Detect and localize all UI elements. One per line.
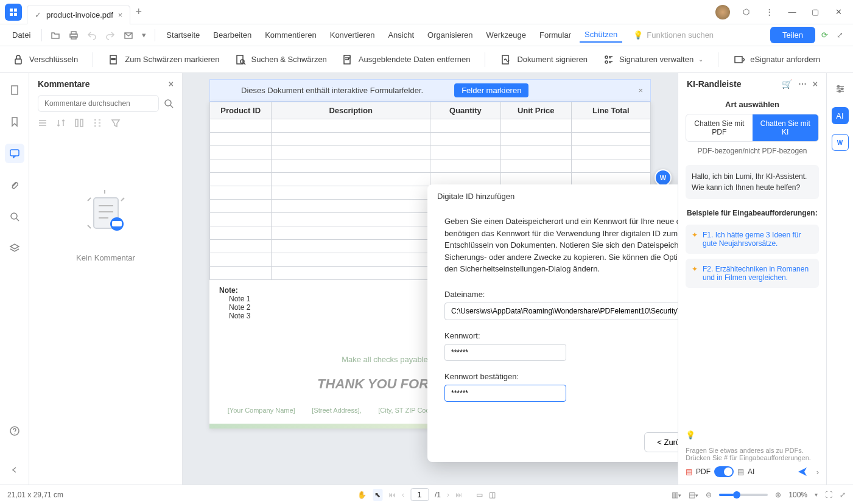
page-mode-icon[interactable]: ◫	[489, 491, 496, 499]
ai-tab-ai[interactable]: Chatten Sie mit KI	[753, 114, 819, 141]
filter-icon-3[interactable]	[74, 118, 84, 128]
menu-bearbeiten[interactable]: Bearbeiten	[208, 28, 256, 42]
menu-kommentieren[interactable]: Kommentieren	[260, 28, 321, 42]
zoom-in-icon[interactable]: ⊕	[775, 491, 781, 499]
window-close-icon[interactable]: ✕	[831, 5, 846, 19]
back-button[interactable]: < Zurück	[644, 432, 678, 452]
rail-word-icon[interactable]: W	[832, 134, 849, 151]
svg-point-16	[605, 61, 608, 63]
rail-attachments-icon[interactable]	[5, 175, 24, 195]
filename-label: Dateiname:	[444, 290, 678, 299]
panel-close-icon[interactable]: ×	[169, 79, 174, 89]
email-icon[interactable]	[121, 28, 136, 43]
password-input[interactable]	[444, 344, 566, 361]
menu-organisieren[interactable]: Organisieren	[423, 28, 477, 42]
tool-label: Dokument signieren	[517, 55, 588, 64]
more-icon[interactable]: ⋯	[798, 79, 807, 89]
fullscreen-icon[interactable]: ⤢	[840, 491, 846, 499]
comments-search-input[interactable]	[38, 95, 159, 112]
banner-close-icon[interactable]: ×	[638, 86, 643, 95]
menu-startseite[interactable]: Startseite	[161, 28, 205, 42]
th-unit-price: Unit Price	[500, 102, 571, 119]
ai-toggle[interactable]	[714, 466, 734, 477]
search-icon[interactable]	[164, 99, 174, 108]
tool-request-esig[interactable]: eSignatur anfordern	[733, 54, 820, 66]
open-icon[interactable]	[48, 28, 63, 43]
rail-bookmarks-icon[interactable]	[5, 112, 24, 131]
ai-example-text: F2. Erzähltechniken in Romanen und in Fi…	[703, 265, 813, 282]
page-dimensions: 21,01 x 29,71 cm	[7, 491, 63, 499]
word-export-badge[interactable]: W	[655, 169, 672, 186]
scroll-mode-icon[interactable]: ▭	[476, 491, 483, 499]
share-button[interactable]: Teilen	[770, 27, 815, 43]
ai-example-1[interactable]: ✦ F1. Ich hätte gerne 3 Ideen für gute N…	[686, 225, 819, 254]
rail-search-icon[interactable]	[5, 207, 24, 226]
last-page-icon[interactable]: ⏭	[455, 491, 463, 499]
select-tool-icon[interactable]: ⬉	[373, 489, 382, 501]
rail-comments-icon[interactable]	[5, 144, 24, 163]
rail-settings-icon[interactable]	[832, 80, 849, 97]
cart-icon[interactable]: 🛒	[782, 79, 792, 89]
expand-icon[interactable]: ⤢	[834, 28, 846, 42]
rail-help-icon[interactable]	[5, 421, 24, 441]
lightbulb-icon[interactable]: 💡	[686, 430, 695, 439]
read-mode-icon[interactable]: ▥▾	[672, 491, 681, 499]
rail-ai-icon[interactable]: AI	[832, 107, 849, 124]
document-tab[interactable]: ✓ product-invoice.pdf ×	[27, 5, 130, 24]
print-icon[interactable]	[66, 28, 81, 43]
ai-example-2[interactable]: ✦ F2. Erzähltechniken in Romanen und in …	[686, 259, 819, 288]
ai-tab-pdf[interactable]: Chatten Sie mit PDF	[686, 114, 753, 141]
zoom-out-icon[interactable]: ⊖	[706, 491, 712, 499]
rail-thumbnails-icon[interactable]	[5, 80, 24, 100]
next-page-icon[interactable]: ›	[447, 491, 449, 499]
tool-encrypt[interactable]: Verschlüsseln	[12, 54, 78, 66]
chevron-right-icon[interactable]: ›	[816, 467, 819, 477]
prev-page-icon[interactable]: ‹	[402, 491, 404, 499]
view-mode-icon[interactable]: ▤▾	[689, 491, 698, 499]
hand-tool-icon[interactable]: ✋	[357, 491, 367, 499]
filter-icon-4[interactable]	[93, 118, 102, 128]
menu-konvertieren[interactable]: Konvertieren	[325, 28, 380, 42]
menu-schuetzen[interactable]: Schützen	[580, 27, 622, 43]
tool-sign-doc[interactable]: Dokument signieren	[500, 54, 588, 66]
tool-search-redact[interactable]: Suchen & Schwärzen	[234, 54, 327, 66]
ai-close-icon[interactable]: ×	[813, 79, 818, 89]
tool-redact-mark[interactable]: Zum Schwärzen markieren	[108, 54, 219, 66]
menu-datei[interactable]: Datei	[7, 28, 35, 42]
send-icon[interactable]	[797, 466, 808, 477]
dropdown-icon[interactable]: ▾	[139, 28, 149, 42]
first-page-icon[interactable]: ⏮	[388, 491, 396, 499]
password-confirm-input[interactable]	[444, 385, 566, 402]
mark-fields-button[interactable]: Felder markieren	[454, 83, 528, 97]
tab-close-icon[interactable]: ×	[118, 10, 123, 19]
more-icon[interactable]: ⋮	[762, 5, 776, 19]
manage-sigs-icon	[602, 54, 614, 66]
app-icon[interactable]	[5, 4, 22, 21]
tool-label: Ausgeblendete Daten entfernen	[359, 55, 471, 64]
page-input[interactable]	[410, 488, 429, 501]
menu-ansicht[interactable]: Ansicht	[383, 28, 419, 42]
notification-icon[interactable]: ⬡	[739, 5, 753, 19]
function-search[interactable]: 💡 Funktionen suchen	[633, 30, 714, 40]
tool-manage-sigs[interactable]: Signaturen verwalten ⌄	[602, 54, 703, 66]
sync-icon[interactable]: ⟳	[819, 28, 830, 42]
avatar[interactable]	[715, 5, 730, 19]
filter-icon-1[interactable]	[38, 118, 47, 128]
redo-icon[interactable]	[103, 28, 118, 43]
window-maximize-icon[interactable]: ▢	[808, 5, 823, 19]
tool-remove-hidden[interactable]: Ausgeblendete Daten entfernen	[342, 54, 471, 66]
menu-formular[interactable]: Formular	[535, 28, 576, 42]
filter-icon-5[interactable]	[111, 118, 121, 128]
ai-examples-title: Beispiele für Eingabeaufforderungen:	[678, 204, 826, 222]
undo-icon[interactable]	[85, 28, 99, 43]
zoom-slider[interactable]	[719, 494, 768, 496]
fit-width-icon[interactable]: ⛶	[825, 491, 832, 499]
filter-icon-2[interactable]	[56, 118, 66, 128]
rail-collapse-icon[interactable]	[5, 460, 24, 480]
filename-input[interactable]	[444, 303, 678, 320]
menu-werkzeuge[interactable]: Werkzeuge	[482, 28, 532, 42]
rail-layers-icon[interactable]	[5, 239, 24, 258]
zoom-dropdown-icon[interactable]: ▾	[815, 491, 818, 498]
window-minimize-icon[interactable]: —	[785, 5, 799, 19]
tab-add-icon[interactable]: +	[135, 5, 142, 18]
